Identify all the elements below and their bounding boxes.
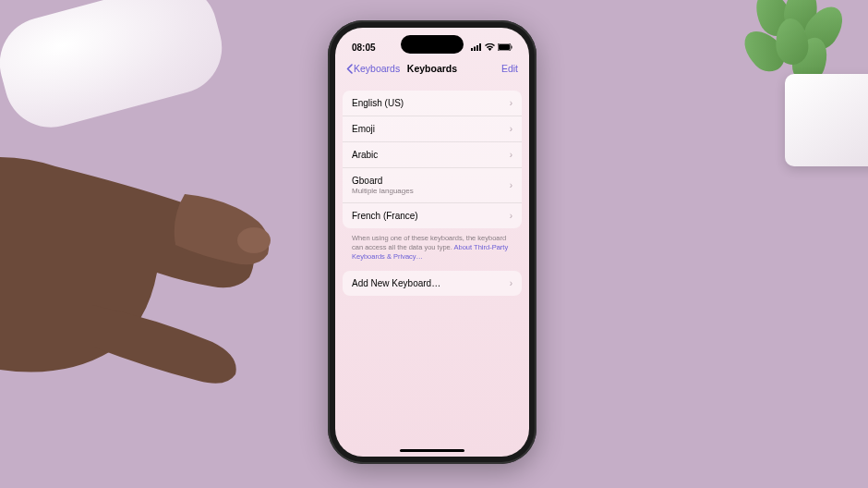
content-area: English (US) › Emoji › Arabic ›	[335, 83, 529, 296]
keyboard-row-french[interactable]: French (France) ›	[343, 203, 522, 228]
keyboard-label: Emoji	[352, 124, 375, 134]
add-keyboard-group: Add New Keyboard… ›	[343, 271, 522, 296]
svg-rect-1	[471, 48, 473, 51]
keyboard-row-emoji[interactable]: Emoji ›	[343, 116, 522, 142]
dynamic-island	[401, 35, 464, 54]
svg-rect-2	[474, 46, 476, 51]
chevron-right-icon: ›	[510, 211, 512, 221]
keyboards-list: English (US) › Emoji › Arabic ›	[343, 91, 522, 228]
keyboard-row-english[interactable]: English (US) ›	[343, 91, 522, 116]
cellular-icon	[471, 43, 482, 53]
battery-icon	[498, 43, 512, 53]
privacy-footer: When using one of these keyboards, the k…	[343, 228, 522, 271]
chevron-right-icon: ›	[510, 180, 512, 190]
wifi-icon	[485, 43, 495, 53]
chevron-right-icon: ›	[510, 124, 512, 134]
home-indicator[interactable]	[400, 449, 464, 452]
chevron-right-icon: ›	[510, 150, 512, 160]
svg-rect-6	[499, 44, 510, 50]
edit-button[interactable]: Edit	[501, 63, 518, 74]
back-label: Keyboards	[354, 63, 400, 74]
status-time: 08:05	[352, 43, 376, 53]
phone-screen: 08:05 Keyboards Keyboards Edit	[335, 28, 529, 457]
hand	[0, 92, 314, 462]
keyboard-label: Gboard	[352, 176, 414, 186]
page-title: Keyboards	[407, 63, 457, 74]
chevron-left-icon	[346, 64, 353, 74]
navigation-bar: Keyboards Keyboards Edit	[335, 57, 529, 83]
keyboard-label: French (France)	[352, 211, 418, 221]
svg-rect-4	[479, 43, 481, 51]
back-button[interactable]: Keyboards	[346, 63, 400, 74]
chevron-right-icon: ›	[510, 98, 512, 108]
svg-point-0	[237, 227, 271, 253]
chevron-right-icon: ›	[510, 278, 512, 288]
add-keyboard-label: Add New Keyboard…	[352, 278, 440, 288]
plant-decoration	[720, 0, 868, 166]
add-keyboard-button[interactable]: Add New Keyboard… ›	[343, 271, 522, 296]
keyboard-subtitle: Multiple languages	[352, 187, 414, 195]
iphone-device: 08:05 Keyboards Keyboards Edit	[328, 20, 536, 464]
svg-rect-7	[512, 45, 512, 48]
keyboard-label: Arabic	[352, 150, 378, 160]
svg-rect-3	[476, 45, 478, 51]
keyboard-row-gboard[interactable]: Gboard Multiple languages ›	[343, 168, 522, 203]
keyboard-label: English (US)	[352, 98, 404, 108]
keyboard-row-arabic[interactable]: Arabic ›	[343, 142, 522, 168]
